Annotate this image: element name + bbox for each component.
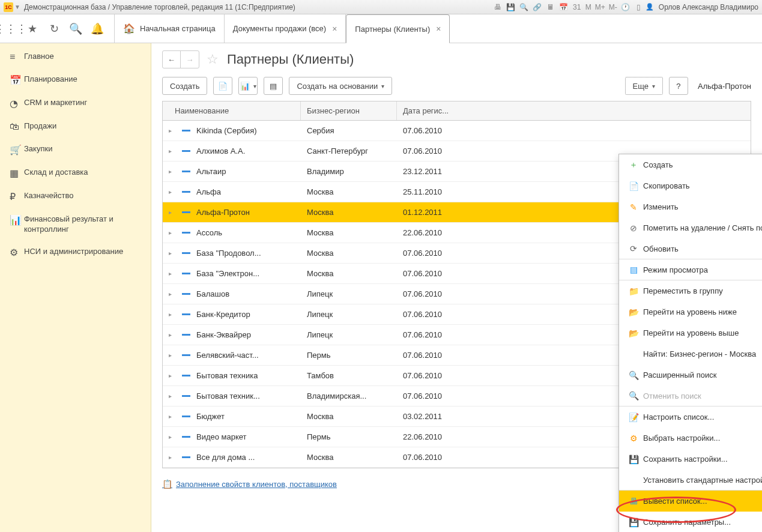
menu-icon: ▤ bbox=[626, 265, 641, 274]
menu-item[interactable]: Найти: Бизнес-регион - МоскваCtrl+Alt+F bbox=[619, 343, 762, 364]
panel-icon[interactable]: ▯ bbox=[633, 2, 644, 13]
menu-item[interactable]: ⊘Пометить на удаление / Снять пометкуDel bbox=[619, 217, 762, 238]
sidebar-item[interactable]: ▦Склад и доставка bbox=[0, 162, 151, 185]
close-icon[interactable]: × bbox=[436, 24, 441, 34]
expand-icon[interactable]: ▸ bbox=[169, 434, 176, 440]
help-button[interactable]: ? bbox=[669, 77, 688, 95]
menu-item[interactable]: 📄СкопироватьF9 bbox=[619, 175, 762, 196]
apps-icon[interactable]: ⋮⋮⋮ bbox=[0, 14, 22, 43]
sidebar-item[interactable]: ⚙НСИ и администрирование bbox=[0, 241, 151, 264]
expand-icon[interactable]: ▸ bbox=[169, 372, 176, 379]
sidebar-icon: ₽ bbox=[10, 191, 24, 202]
sidebar-item-label: НСИ и администрирование bbox=[24, 247, 123, 257]
menu-item[interactable]: ⚙Выбрать настройки... bbox=[619, 428, 762, 449]
row-name: Алхимов А.А. bbox=[196, 147, 245, 156]
expand-icon[interactable]: ▸ bbox=[169, 454, 176, 461]
menu-item[interactable]: 🔍Расширенный поискAlt+F bbox=[619, 364, 762, 385]
row-date: 01.12.2011 bbox=[397, 208, 463, 217]
expand-icon[interactable]: ▸ bbox=[169, 229, 176, 236]
new-group-button[interactable]: 📄 bbox=[213, 77, 232, 95]
list-button[interactable]: ▤ bbox=[264, 77, 283, 95]
expand-icon[interactable]: ▸ bbox=[169, 393, 176, 399]
expand-icon[interactable]: ▸ bbox=[169, 168, 176, 175]
close-icon[interactable]: × bbox=[332, 24, 337, 34]
menu-item[interactable]: ＋СоздатьIns bbox=[619, 154, 762, 175]
dash-icon bbox=[182, 252, 190, 254]
history-icon[interactable]: ↻ bbox=[43, 14, 65, 43]
link-icon[interactable]: 🔗 bbox=[532, 2, 543, 13]
sidebar-item[interactable]: ◔CRM и маркетинг bbox=[0, 92, 151, 115]
forward-button[interactable]: → bbox=[181, 51, 199, 68]
sidebar-item[interactable]: 📅Планирование bbox=[0, 68, 151, 92]
sidebar-item[interactable]: ≡Главное bbox=[0, 46, 151, 68]
expand-icon[interactable]: ▸ bbox=[169, 127, 176, 134]
sidebar-item[interactable]: 🛍Продажи bbox=[0, 115, 151, 138]
calendar-icon[interactable]: 📅 bbox=[558, 2, 569, 13]
menu-item[interactable]: 🖶Вывести список... bbox=[619, 491, 762, 512]
sidebar-item[interactable]: 📊Финансовый результат и контроллинг bbox=[0, 208, 151, 241]
expand-icon[interactable]: ▸ bbox=[169, 331, 176, 338]
col-region[interactable]: Бизнес-регион bbox=[301, 101, 397, 120]
menu-item[interactable]: 📁Переместить в группуCtrl+Shift+M bbox=[619, 280, 762, 301]
more-menu: ＋СоздатьIns📄СкопироватьF9✎ИзменитьF2⊘Пом… bbox=[618, 154, 762, 532]
create-from-button[interactable]: Создать на основании▾ bbox=[289, 77, 392, 95]
tab-sales-docs[interactable]: Документы продажи (все) × bbox=[225, 14, 346, 43]
calc-icon[interactable]: 🖩 bbox=[545, 2, 556, 13]
toolbar-search-icon[interactable]: 🔍 bbox=[65, 14, 86, 43]
menu-label: Создать bbox=[643, 160, 762, 169]
expand-icon[interactable]: ▸ bbox=[169, 148, 176, 154]
menu-item[interactable]: ✎ИзменитьF2 bbox=[619, 196, 762, 217]
col-date[interactable]: Дата регис... bbox=[397, 101, 463, 120]
row-name: Альфа bbox=[196, 187, 221, 196]
tab-partners[interactable]: Партнеры (Клиенты) × bbox=[346, 14, 450, 43]
sidebar-item[interactable]: ₽Казначейство bbox=[0, 185, 151, 208]
dash-icon bbox=[182, 334, 190, 336]
search-icon[interactable]: 🔍 bbox=[519, 2, 530, 13]
tab-home[interactable]: 🏠 Начальная страница bbox=[114, 14, 225, 43]
create-button[interactable]: Создать bbox=[162, 77, 207, 95]
menu-item[interactable]: 🔍Отменить поискCtrl+Q bbox=[619, 385, 762, 407]
page-star-icon[interactable]: ☆ bbox=[207, 52, 219, 67]
menu-label: Настроить список... bbox=[643, 413, 762, 422]
create-label: Создать bbox=[170, 82, 199, 91]
sidebar-item-label: Продажи bbox=[24, 121, 56, 131]
menu-item[interactable]: Установить стандартные настройки bbox=[619, 470, 762, 491]
print-icon[interactable]: 🖶 bbox=[492, 2, 503, 13]
back-button[interactable]: ← bbox=[163, 51, 181, 68]
menu-item[interactable]: 📂Перейти на уровень вышеCtrl+Up bbox=[619, 322, 762, 343]
more-button[interactable]: Еще▾ bbox=[625, 77, 663, 95]
table-row[interactable]: ▸Kikinda (Сербия)Сербия07.06.2010 bbox=[163, 121, 751, 141]
clock-icon[interactable]: 🕐 bbox=[620, 2, 631, 13]
menu-label: Выбрать настройки... bbox=[643, 434, 762, 443]
expand-icon[interactable]: ▸ bbox=[169, 209, 176, 216]
menu-item[interactable]: 📂Перейти на уровень нижеCtrl+Down bbox=[619, 301, 762, 322]
expand-icon[interactable]: ▸ bbox=[169, 413, 176, 420]
menu-item[interactable]: ⟳ОбновитьF5 bbox=[619, 238, 762, 259]
user-name[interactable]: Орлов Александр Владимиро bbox=[659, 3, 758, 11]
cal31-icon[interactable]: 31 bbox=[572, 2, 582, 13]
report-button[interactable]: 📊▾ bbox=[238, 77, 258, 95]
expand-icon[interactable]: ▸ bbox=[169, 311, 176, 318]
menu-item[interactable]: ▤Режим просмотра▶ bbox=[619, 259, 762, 280]
menu-item[interactable]: 💾Сохранить параметры... bbox=[619, 512, 762, 532]
mplus-button[interactable]: M+ bbox=[595, 3, 605, 11]
bell-icon[interactable]: 🔔 bbox=[86, 14, 108, 43]
expand-icon[interactable]: ▸ bbox=[169, 250, 176, 256]
mminus-button[interactable]: M- bbox=[609, 3, 617, 11]
save-icon[interactable]: 💾 bbox=[506, 2, 516, 13]
search-value[interactable]: Альфа-Протон bbox=[698, 82, 751, 91]
title-dropdown-icon[interactable]: ▼ bbox=[14, 4, 20, 10]
col-name[interactable]: Наименование bbox=[163, 101, 301, 120]
m-button[interactable]: M bbox=[585, 3, 591, 11]
star-icon[interactable]: ★ bbox=[22, 14, 43, 43]
menu-item[interactable]: 📝Настроить список... bbox=[619, 407, 762, 428]
menu-item[interactable]: 💾Сохранить настройки... bbox=[619, 449, 762, 470]
row-name: Ассоль bbox=[196, 228, 222, 237]
expand-icon[interactable]: ▸ bbox=[169, 352, 176, 358]
expand-icon[interactable]: ▸ bbox=[169, 270, 176, 277]
expand-icon[interactable]: ▸ bbox=[169, 291, 176, 297]
expand-icon[interactable]: ▸ bbox=[169, 189, 176, 195]
menu-icon: 💾 bbox=[626, 455, 641, 464]
sidebar-item[interactable]: 🛒Закупки bbox=[0, 138, 151, 162]
dash-icon bbox=[182, 416, 190, 417]
